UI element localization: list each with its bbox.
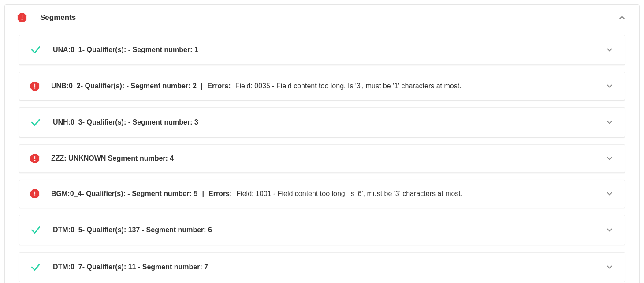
errors-label: Errors:: [207, 82, 231, 90]
error-icon: [30, 189, 40, 199]
segment-text: UNA:0_1- Qualifier(s): - Segment number:…: [53, 46, 600, 54]
svg-point-11: [34, 195, 36, 196]
chevron-down-icon: [605, 189, 614, 198]
check-icon: [30, 44, 41, 56]
segment-row[interactable]: BGM:0_4- Qualifier(s): - Segment number:…: [19, 180, 625, 208]
segment-title: BGM:0_4- Qualifier(s): - Segment number:…: [51, 190, 198, 198]
segments-panel: Segments UNA:0_1- Qualifier(s): - Segmen…: [4, 4, 640, 283]
segment-title: DTM:0_7- Qualifier(s): 11 - Segment numb…: [53, 263, 208, 271]
segment-text: ZZZ: UNKNOWN Segment number: 4: [51, 155, 600, 162]
svg-point-2: [22, 19, 23, 20]
chevron-down-icon: [605, 263, 614, 272]
segment-text: DTM:0_5- Qualifier(s): 137 - Segment num…: [53, 226, 600, 234]
svg-rect-7: [34, 156, 35, 159]
separator: |: [201, 82, 203, 90]
segment-row[interactable]: UNA:0_1- Qualifier(s): - Segment number:…: [19, 35, 625, 65]
segment-text: UNH:0_3- Qualifier(s): - Segment number:…: [53, 118, 600, 126]
errors-label: Errors:: [208, 190, 232, 198]
segment-row[interactable]: UNB:0_2- Qualifier(s): - Segment number:…: [19, 72, 625, 100]
chevron-down-icon: [605, 118, 614, 127]
error-detail: Field: 0035 - Field content too long. Is…: [235, 82, 462, 90]
chevron-down-icon: [605, 45, 614, 54]
segment-row[interactable]: DTM:0_7- Qualifier(s): 11 - Segment numb…: [19, 252, 625, 282]
segment-text: BGM:0_4- Qualifier(s): - Segment number:…: [51, 190, 600, 198]
error-detail: Field: 1001 - Field content too long. Is…: [236, 190, 462, 198]
collapse-button[interactable]: [617, 13, 627, 23]
segment-title: ZZZ: UNKNOWN Segment number: 4: [51, 155, 174, 162]
svg-point-8: [34, 160, 36, 161]
segment-title: UNA:0_1- Qualifier(s): - Segment number:…: [53, 46, 198, 54]
segment-list: UNA:0_1- Qualifier(s): - Segment number:…: [5, 35, 639, 282]
check-icon: [30, 117, 41, 128]
segment-title: UNB:0_2- Qualifier(s): - Segment number:…: [51, 82, 197, 90]
svg-rect-10: [34, 192, 35, 195]
error-icon: [30, 81, 40, 91]
svg-point-5: [34, 87, 36, 89]
segment-row[interactable]: ZZZ: UNKNOWN Segment number: 4: [19, 144, 625, 173]
check-icon: [30, 261, 41, 273]
segment-title: DTM:0_5- Qualifier(s): 137 - Segment num…: [53, 226, 212, 234]
error-icon: [17, 13, 27, 23]
chevron-down-icon: [605, 154, 614, 163]
segment-row[interactable]: UNH:0_3- Qualifier(s): - Segment number:…: [19, 107, 625, 137]
segment-text: UNB:0_2- Qualifier(s): - Segment number:…: [51, 82, 600, 90]
svg-rect-4: [34, 84, 35, 87]
chevron-down-icon: [605, 226, 614, 234]
segment-row[interactable]: DTM:0_5- Qualifier(s): 137 - Segment num…: [19, 215, 625, 245]
panel-title: Segments: [40, 13, 76, 22]
panel-header: Segments: [5, 5, 639, 35]
check-icon: [30, 224, 41, 236]
svg-rect-1: [22, 15, 22, 19]
error-icon: [30, 154, 40, 163]
segment-title: UNH:0_3- Qualifier(s): - Segment number:…: [53, 118, 198, 126]
chevron-down-icon: [605, 82, 614, 91]
separator: |: [202, 190, 204, 198]
chevron-up-icon: [617, 13, 627, 23]
segment-text: DTM:0_7- Qualifier(s): 11 - Segment numb…: [53, 263, 600, 271]
